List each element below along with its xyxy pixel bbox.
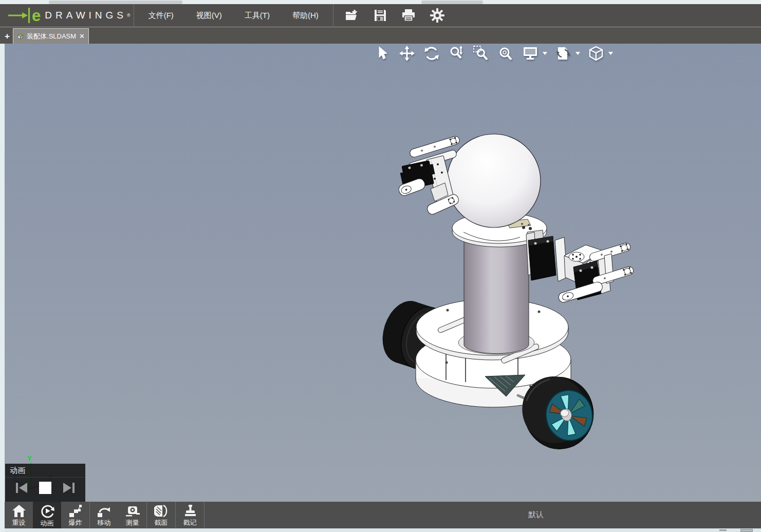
background-tab-shape xyxy=(421,1,483,4)
stamp-label: 戳记 xyxy=(183,519,197,526)
stamp-icon xyxy=(183,504,197,518)
tab-title: 装配体.SLDASM xyxy=(27,32,76,41)
animation-panel-title: 动画 xyxy=(5,464,85,478)
reset-label: 重设 xyxy=(12,519,26,526)
stop-icon[interactable] xyxy=(39,481,52,497)
divider xyxy=(204,502,205,528)
orientation-cube-icon[interactable] xyxy=(587,45,605,62)
explode-label: 爆炸 xyxy=(69,519,82,526)
zoom-tool-icon[interactable] xyxy=(448,45,465,62)
background-left-strip xyxy=(0,44,5,532)
home-icon xyxy=(12,504,26,518)
animation-icon xyxy=(40,504,54,518)
logo-registered: ® xyxy=(127,13,131,18)
print-icon[interactable] xyxy=(401,9,416,22)
section-button[interactable]: 截面 xyxy=(147,502,175,528)
configuration-status: 默认 xyxy=(528,510,544,520)
menu-view[interactable]: 视图(V) xyxy=(185,4,233,27)
rotate-tool-icon[interactable] xyxy=(423,45,440,62)
taskbar-strip xyxy=(0,528,761,532)
menu-tools[interactable]: 工具(T) xyxy=(233,4,281,27)
divider xyxy=(333,4,333,27)
menu-file[interactable]: 文件(F) xyxy=(137,4,185,27)
previous-frame-icon[interactable] xyxy=(14,482,29,496)
divider xyxy=(134,4,134,27)
stamp-button[interactable]: 戳记 xyxy=(176,502,204,528)
explode-button[interactable]: 爆炸 xyxy=(61,502,89,528)
animation-button[interactable]: 动画 xyxy=(33,502,61,528)
viewport-3d[interactable] xyxy=(5,44,761,502)
assembly-cube-icon xyxy=(17,33,24,40)
open-file-icon[interactable] xyxy=(345,9,359,22)
bottom-toolbar: 重设 动画 爆炸 移动 测量 xyxy=(5,502,761,528)
model-views-caret-icon[interactable] xyxy=(575,52,580,55)
move-label: 移动 xyxy=(98,519,111,526)
menu-bar: e DRAWINGS ® 文件(F) 视图(V) 工具(T) 帮助(H) xyxy=(0,4,761,27)
view-toolbar xyxy=(374,45,613,62)
logo-text: DRAWINGS xyxy=(45,10,127,21)
move-button[interactable]: 移动 xyxy=(90,502,118,528)
section-icon xyxy=(154,504,169,518)
edrawings-logo: e DRAWINGS ® xyxy=(7,7,131,24)
settings-gear-icon[interactable] xyxy=(430,8,444,23)
taskbar-mark xyxy=(719,529,727,531)
reset-button[interactable]: 重设 xyxy=(5,502,33,528)
animation-label: 动画 xyxy=(41,520,54,526)
display-mode-icon[interactable] xyxy=(522,45,539,62)
tab-assembly[interactable]: 装配体.SLDASM ✕ xyxy=(13,28,89,44)
orientation-caret-icon[interactable] xyxy=(608,52,613,55)
explode-icon xyxy=(68,504,83,518)
measure-label: 测量 xyxy=(126,519,139,526)
new-tab-button[interactable]: + xyxy=(3,31,11,42)
measure-button[interactable]: 测量 xyxy=(118,502,146,528)
save-icon[interactable] xyxy=(374,9,387,22)
model-views-icon[interactable] xyxy=(554,45,572,62)
menu-help[interactable]: 帮助(H) xyxy=(281,4,330,27)
taskbar-mark xyxy=(740,529,753,532)
tab-close-icon[interactable]: ✕ xyxy=(79,32,85,40)
next-frame-icon[interactable] xyxy=(62,482,76,496)
tab-bar: + 装配体.SLDASM ✕ xyxy=(0,27,761,44)
zoom-fit-tool-icon[interactable] xyxy=(497,45,514,62)
logo-e: e xyxy=(32,8,41,24)
pan-tool-icon[interactable] xyxy=(398,45,416,62)
zoom-area-tool-icon[interactable] xyxy=(472,45,490,62)
move-component-icon xyxy=(97,504,112,518)
edrawings-arrow-icon xyxy=(7,7,31,24)
measure-icon xyxy=(125,504,140,518)
axis-y-label: Y xyxy=(27,454,32,462)
background-window-strip xyxy=(0,0,761,4)
display-mode-caret-icon[interactable] xyxy=(542,52,547,55)
section-label: 截面 xyxy=(155,519,168,526)
select-tool-icon[interactable] xyxy=(374,45,391,62)
animation-panel: 动画 xyxy=(5,464,85,502)
